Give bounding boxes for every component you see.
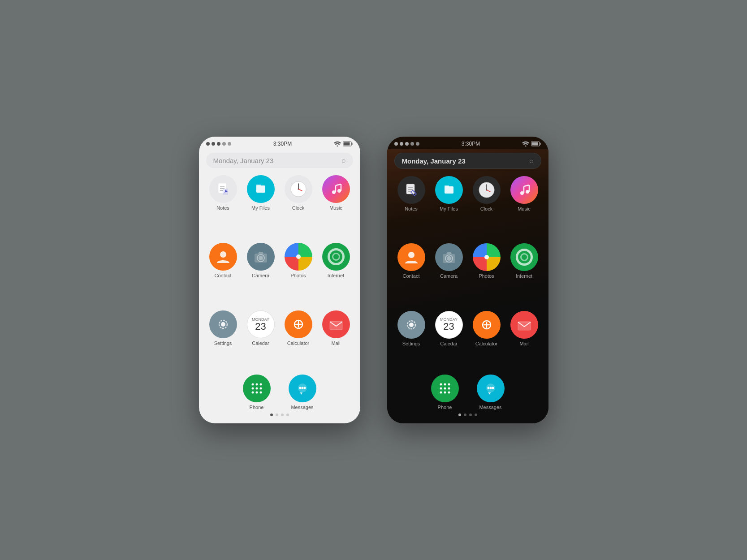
svg-point-34 bbox=[255, 383, 258, 386]
dot-2 bbox=[212, 142, 215, 146]
app-calculator-dark[interactable]: Calculator bbox=[470, 311, 504, 373]
svg-point-88 bbox=[487, 387, 489, 389]
search-bar-light[interactable]: Monday, January 23 ⌕ bbox=[206, 153, 353, 168]
app-music-icon bbox=[322, 175, 350, 203]
svg-line-65 bbox=[524, 185, 529, 186]
search-bar-dark[interactable]: Monday, January 23 ⌕ bbox=[394, 153, 541, 169]
app-music-dark[interactable]: Music bbox=[507, 176, 541, 238]
app-messages-icon bbox=[289, 375, 316, 402]
page-dot-1-light bbox=[270, 414, 273, 416]
app-settings-dark[interactable]: Settings bbox=[394, 311, 428, 373]
dot-d-2 bbox=[400, 142, 403, 146]
app-photos-label-dark: Photos bbox=[479, 273, 494, 279]
internet-ring-inner bbox=[332, 253, 340, 261]
battery-icon-dark bbox=[531, 141, 541, 146]
app-clock-dark[interactable]: Clock bbox=[470, 176, 504, 238]
app-photos-icon-dark bbox=[473, 243, 501, 271]
status-icons-light bbox=[334, 141, 353, 146]
app-camera-light[interactable]: Camera bbox=[244, 243, 278, 305]
app-mail-light[interactable]: Mail bbox=[319, 310, 353, 373]
app-messages-icon-dark bbox=[477, 375, 505, 402]
app-notes-dark[interactable]: Notes bbox=[394, 176, 428, 238]
internet-ring-dark bbox=[516, 249, 533, 266]
svg-point-43 bbox=[299, 387, 301, 389]
app-messages-dark[interactable]: Messages bbox=[477, 375, 505, 410]
app-phone-icon-dark bbox=[431, 375, 459, 402]
search-icon-dark[interactable]: ⌕ bbox=[529, 157, 534, 165]
app-notes-light[interactable]: Notes bbox=[206, 175, 240, 237]
app-calendar-dark[interactable]: Monday 23 Caledar bbox=[432, 311, 466, 373]
app-photos-light[interactable]: Photos bbox=[281, 243, 315, 305]
app-myfiles-light[interactable]: My Files bbox=[244, 175, 278, 237]
app-mail-icon bbox=[322, 310, 350, 338]
app-clock-icon-dark bbox=[473, 176, 501, 204]
app-music-icon-dark bbox=[510, 176, 538, 204]
svg-rect-48 bbox=[540, 143, 541, 145]
svg-point-70 bbox=[484, 255, 489, 259]
app-phone-light[interactable]: Phone bbox=[243, 375, 271, 410]
page-dot-2-light bbox=[276, 414, 278, 416]
status-dots-dark bbox=[394, 142, 419, 146]
app-calendar-light[interactable]: Monday 23 Caledar bbox=[244, 310, 278, 373]
app-contact-dark[interactable]: Contact bbox=[394, 243, 428, 305]
battery-icon bbox=[343, 141, 353, 146]
page-dot-1-dark bbox=[458, 414, 461, 416]
svg-point-35 bbox=[259, 383, 262, 386]
app-camera-label-light: Camera bbox=[252, 273, 269, 278]
app-photos-dark[interactable]: Photos bbox=[470, 243, 504, 305]
app-clock-icon bbox=[285, 175, 312, 203]
app-notes-label-dark: Notes bbox=[405, 206, 418, 211]
app-music-label-dark: Music bbox=[518, 206, 531, 211]
app-clock-label-light: Clock bbox=[292, 205, 305, 211]
calendar-inner-dark: Monday 23 bbox=[440, 318, 458, 332]
svg-point-84 bbox=[440, 392, 442, 394]
app-myfiles-icon bbox=[247, 175, 275, 203]
app-camera-icon bbox=[247, 243, 275, 271]
phone-light: 3:30PM Monday, January 23 ⌕ bbox=[199, 137, 360, 423]
status-bar-light: 3:30PM bbox=[199, 137, 360, 149]
svg-point-82 bbox=[444, 388, 446, 390]
svg-rect-56 bbox=[445, 185, 449, 187]
app-photos-icon bbox=[285, 243, 312, 271]
app-calendar-label-light: Caledar bbox=[252, 340, 269, 346]
app-clock-light[interactable]: Clock bbox=[281, 175, 315, 237]
app-internet-dark[interactable]: Internet bbox=[507, 243, 541, 305]
app-phone-dark[interactable]: Phone bbox=[431, 375, 459, 410]
app-mail-label-dark: Mail bbox=[519, 341, 528, 346]
app-grid-dark: Notes My Files bbox=[394, 176, 541, 373]
app-phone-icon bbox=[243, 375, 271, 402]
svg-point-24 bbox=[259, 256, 263, 260]
app-myfiles-icon-dark bbox=[435, 176, 463, 204]
app-settings-light[interactable]: Settings bbox=[206, 310, 240, 373]
app-music-light[interactable]: Music bbox=[319, 175, 353, 237]
svg-rect-10 bbox=[256, 185, 265, 193]
app-contact-light[interactable]: Contact bbox=[206, 243, 240, 305]
svg-point-83 bbox=[448, 388, 450, 390]
app-settings-icon-dark bbox=[397, 311, 425, 339]
dot-4 bbox=[222, 142, 226, 146]
phone-dark: 3:30PM Monday, January 23 ⌕ bbox=[387, 137, 548, 423]
app-camera-dark[interactable]: Camera bbox=[432, 243, 466, 305]
app-internet-light[interactable]: Internet bbox=[319, 243, 353, 305]
app-calculator-light[interactable]: Calculator bbox=[281, 310, 315, 373]
app-messages-light[interactable]: Messages bbox=[289, 375, 316, 410]
search-icon-light[interactable]: ⌕ bbox=[341, 156, 346, 164]
dot-d-4 bbox=[410, 142, 414, 146]
app-internet-icon-dark bbox=[510, 243, 538, 271]
svg-point-21 bbox=[220, 251, 226, 258]
svg-point-85 bbox=[444, 392, 446, 394]
app-calculator-icon-dark bbox=[473, 311, 501, 339]
app-internet-label-light: Internet bbox=[328, 273, 344, 278]
svg-point-44 bbox=[301, 387, 303, 389]
svg-point-39 bbox=[251, 392, 254, 394]
page-dot-4-light bbox=[286, 414, 289, 416]
svg-rect-11 bbox=[256, 185, 261, 186]
app-notes-icon-dark bbox=[397, 176, 425, 204]
svg-point-40 bbox=[255, 392, 258, 394]
app-messages-label-dark: Messages bbox=[479, 405, 501, 410]
status-icons-dark bbox=[522, 141, 541, 146]
app-grid-bottom-dark: Phone Messages bbox=[394, 375, 541, 410]
app-myfiles-dark[interactable]: My Files bbox=[432, 176, 466, 238]
svg-point-78 bbox=[440, 383, 442, 386]
app-mail-dark[interactable]: Mail bbox=[507, 311, 541, 373]
